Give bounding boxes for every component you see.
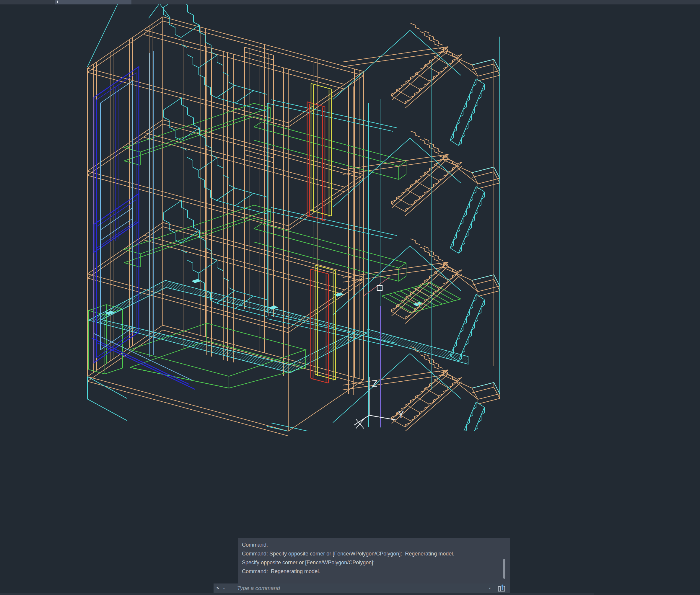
history-line: Command: bbox=[238, 540, 510, 549]
active-drawing-tab[interactable] bbox=[55, 0, 131, 4]
history-scrollbar-thumb[interactable] bbox=[503, 559, 505, 579]
command-history[interactable]: Command: Command: Specify opposite corne… bbox=[238, 538, 510, 584]
history-line: Command: Regenerating model. bbox=[238, 567, 510, 576]
status-bar-edge bbox=[0, 593, 700, 595]
history-line: Command: Specify opposite corner or [Fen… bbox=[238, 549, 510, 558]
command-prompt[interactable]: >_ bbox=[216, 586, 222, 591]
tab-caret-mark bbox=[57, 1, 58, 3]
pickbox-cursor bbox=[377, 285, 382, 290]
yellow-door-frames bbox=[311, 84, 335, 380]
recent-commands-caret[interactable]: ▾ bbox=[489, 587, 491, 590]
ucs-z-label: Z bbox=[372, 378, 377, 390]
stair-tower bbox=[267, 23, 500, 469]
autocad-app: Z Y X Command: Command: Specify opposite… bbox=[0, 0, 700, 595]
status-bar-right-segment bbox=[594, 593, 700, 595]
command-input[interactable] bbox=[237, 585, 489, 592]
drawing-viewport[interactable]: Z Y X bbox=[0, 0, 700, 595]
share-icon[interactable] bbox=[497, 584, 506, 592]
ucs-y-label: Y bbox=[398, 409, 404, 420]
top-bar bbox=[0, 0, 700, 4]
prompt-dropdown-caret[interactable]: ▾ bbox=[223, 587, 225, 590]
history-line: Specify opposite corner or [Fence/WPolyg… bbox=[238, 558, 510, 567]
misc-lines bbox=[364, 277, 390, 427]
command-input-bar[interactable]: >_ ▾ ▾ bbox=[214, 584, 510, 593]
